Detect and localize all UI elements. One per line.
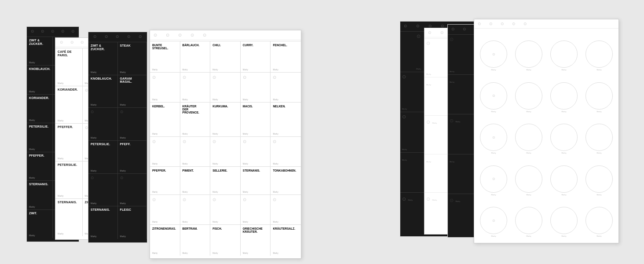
list-item: ⊙ Marky xyxy=(210,72,241,102)
black-sheet-front: ⊙ ⊙ ⊙ ⊙ ⊙ ZIMT &ZUCKER. Marky STEAK Mark… xyxy=(88,32,147,243)
list-item: ZIMT &ZUCKER. Marky xyxy=(88,42,118,75)
logo-icon: ⊙ xyxy=(451,27,455,31)
scene: ⊙ ⊙ ⊙ ⊙ ⊙ ZIMT &ZUCKER. Marky ST Marky K… xyxy=(0,0,644,264)
circle-cell: Marky xyxy=(547,73,581,113)
logo-icon: ⊙ xyxy=(416,24,420,28)
list-item: BÄRLAUCH. Marky xyxy=(180,41,211,72)
list-item: TONKABOHNEN. Marky xyxy=(271,166,301,194)
logo-icon: ⊙ xyxy=(116,34,119,39)
circle-label: ⊙ xyxy=(480,124,507,151)
circle-cell: Marky xyxy=(547,198,581,238)
logo-icon: ⊙ xyxy=(512,22,516,26)
list-item: ZIMT. Marky xyxy=(27,209,53,238)
logo-icon: ⊙ xyxy=(70,40,74,44)
list-item: FISCH. Marky xyxy=(210,224,241,256)
logo-icon: ⊙ xyxy=(105,34,108,39)
logo-icon: ⊙ xyxy=(139,34,142,39)
list-item: KRÄUTERDERPROVENCE. Marky xyxy=(180,102,211,136)
logo-icon: ⊙ xyxy=(463,27,466,31)
list-item: CURRY. Marky xyxy=(241,41,271,72)
circle-label xyxy=(515,207,542,234)
list-item: STERNANIS. Marky xyxy=(241,166,271,194)
list-item: STERNANIS. Marky xyxy=(55,198,83,236)
logo-icon: ⊙ xyxy=(41,29,44,33)
logo-icon: ⊙ xyxy=(428,30,432,35)
list-item: KERBEL. Marky xyxy=(150,102,180,136)
left-group: ⊙ ⊙ ⊙ ⊙ ⊙ ZIMT &ZUCKER. Marky ST Marky K… xyxy=(13,13,299,251)
circle-label xyxy=(585,40,613,68)
list-item: KRÄUTERSALZ. Marky xyxy=(271,224,301,256)
circle-label xyxy=(515,82,542,110)
list-item: STEAK Marky xyxy=(118,42,147,75)
list-item: FENCHEL. Marky xyxy=(271,41,301,72)
circle-cell: ⊙ Marky xyxy=(477,73,510,113)
circle-cell: ⊙ Marky xyxy=(477,157,510,196)
circle-cell: Marky xyxy=(512,73,545,113)
logo-icon: ⊙ xyxy=(501,22,504,26)
logo-icon: ⊙ xyxy=(31,29,34,33)
circle-label xyxy=(585,82,613,110)
circle-label: ⊙ xyxy=(480,165,507,193)
right-group: ⊙ ⊙ ⊙ ⊙ ⊙ ⊙ Marky ⊙ Marky ⊙ Marky xyxy=(400,12,633,250)
list-item: GRIECHISCHEKRÄUTER. Marky xyxy=(241,224,271,256)
list-item: KNOBLAUCH. Marky xyxy=(27,65,53,94)
right-circles-sheet: ⊙ ⊙ ⊙ ⊙ ⊙ ⊙ Marky Marky xyxy=(474,19,619,243)
list-item: PFEFF. Marky xyxy=(118,140,147,173)
logo-icon: ⊙ xyxy=(203,33,206,37)
list-item: ⊙ Marky xyxy=(88,107,118,140)
list-item: ⊙ Marky xyxy=(150,194,180,224)
circle-cell: Marky xyxy=(547,157,581,196)
circle-label xyxy=(550,124,578,151)
list-item: ⊙ Marky xyxy=(271,136,301,166)
circle-label xyxy=(515,165,542,193)
list-item: PIMENT. Marky xyxy=(180,166,211,194)
list-item: ⊙ Marky xyxy=(180,136,211,166)
list-item: ⊙ Marky xyxy=(150,136,180,166)
logo-icon: ⊙ xyxy=(60,40,63,44)
list-item: ⊙ Marky xyxy=(88,173,118,206)
list-item: BERTRAM. Marky xyxy=(180,224,211,256)
logo-icon: ⊙ xyxy=(93,34,97,39)
circle-label xyxy=(585,124,613,151)
logo-icon: ⊙ xyxy=(127,34,131,39)
circle-cell: ⊙ Marky xyxy=(477,115,510,155)
list-item: ⊙ Marky xyxy=(118,107,147,140)
circle-label xyxy=(515,40,542,68)
logo-icon: ⊙ xyxy=(80,40,84,44)
logo-icon: ⊙ xyxy=(51,29,55,33)
logo-icon: ⊙ xyxy=(166,33,169,37)
logo-icon: ⊙ xyxy=(61,29,65,33)
circle-cell: Marky xyxy=(512,115,545,155)
list-item: ⊙ Marky xyxy=(150,72,180,102)
list-item: KORIANDER. Marky xyxy=(27,94,53,123)
circle-cell: Marky xyxy=(547,115,581,155)
list-item: CHILI. Marky xyxy=(210,41,241,72)
list-item: KURKUMA. Marky xyxy=(210,102,241,136)
circle-cell: Marky xyxy=(582,115,616,155)
logo-icon: ⊙ xyxy=(71,29,75,33)
list-item: PETERSILIE. Marky xyxy=(27,123,53,151)
logo-icon: ⊙ xyxy=(523,22,527,26)
logo-icon: ⊙ xyxy=(404,24,407,28)
list-item: NELKEN. Marky xyxy=(271,102,301,136)
list-item: ⊙ Marky xyxy=(271,194,301,224)
list-item: ⊙ Marky xyxy=(180,194,211,224)
list-item: STERNANIS. Marky xyxy=(27,180,53,209)
list-item: MACIS. Marky xyxy=(241,102,271,136)
list-item: FLEISC Marky xyxy=(118,206,147,239)
circle-cell: Marky xyxy=(582,73,616,113)
logo-icon: ⊙ xyxy=(440,30,444,35)
circle-cell: ⊙ Marky xyxy=(477,198,510,238)
list-item: ⊙ Marky xyxy=(241,194,271,224)
list-item: ⊙ Marky xyxy=(241,72,271,102)
list-item: PETERSILIE. Marky xyxy=(88,140,118,173)
circle-label xyxy=(585,165,613,193)
logo-icon: ⊙ xyxy=(154,33,157,37)
circle-cell: Marky xyxy=(512,198,545,238)
circle-label: ⊙ xyxy=(480,82,507,110)
list-item: PFEFFER. Marky xyxy=(55,123,83,161)
list-item: CAFÉ DEPARIS. Marky xyxy=(55,48,83,86)
logo-icon: ⊙ xyxy=(478,22,481,26)
circle-label: ⊙ xyxy=(480,207,507,234)
list-item: ⊙ Marky xyxy=(241,136,271,166)
